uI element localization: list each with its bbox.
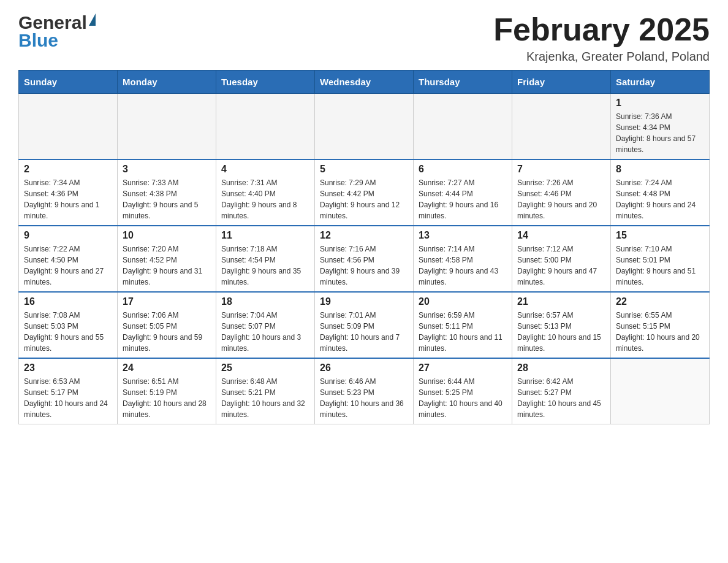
day-number: 25 bbox=[221, 362, 309, 373]
calendar-cell: 1Sunrise: 7:36 AM Sunset: 4:34 PM Daylig… bbox=[611, 94, 710, 160]
page-header: General Blue February 2025 Krajenka, Gre… bbox=[18, 12, 710, 64]
calendar-cell bbox=[315, 94, 414, 160]
day-info: Sunrise: 6:57 AM Sunset: 5:13 PM Dayligh… bbox=[517, 310, 605, 354]
calendar-cell: 19Sunrise: 7:01 AM Sunset: 5:09 PM Dayli… bbox=[315, 292, 414, 358]
day-number: 17 bbox=[123, 296, 211, 307]
day-number: 1 bbox=[616, 98, 704, 109]
day-info: Sunrise: 7:18 AM Sunset: 4:54 PM Dayligh… bbox=[221, 243, 309, 288]
logo-blue-text: Blue bbox=[18, 30, 58, 51]
calendar-cell: 2Sunrise: 7:34 AM Sunset: 4:36 PM Daylig… bbox=[19, 159, 118, 226]
day-info: Sunrise: 7:01 AM Sunset: 5:09 PM Dayligh… bbox=[320, 310, 408, 354]
calendar-week-row: 16Sunrise: 7:08 AM Sunset: 5:03 PM Dayli… bbox=[19, 292, 710, 358]
calendar-cell: 20Sunrise: 6:59 AM Sunset: 5:11 PM Dayli… bbox=[414, 292, 512, 358]
day-number: 10 bbox=[123, 230, 211, 241]
day-number: 6 bbox=[419, 164, 507, 175]
header-tuesday: Tuesday bbox=[216, 71, 315, 94]
calendar-cell: 14Sunrise: 7:12 AM Sunset: 5:00 PM Dayli… bbox=[512, 226, 611, 292]
calendar-cell: 16Sunrise: 7:08 AM Sunset: 5:03 PM Dayli… bbox=[19, 292, 118, 358]
calendar-cell: 27Sunrise: 6:44 AM Sunset: 5:25 PM Dayli… bbox=[414, 358, 512, 424]
calendar-cell bbox=[118, 94, 216, 160]
day-number: 9 bbox=[24, 230, 112, 241]
day-info: Sunrise: 7:22 AM Sunset: 4:50 PM Dayligh… bbox=[24, 243, 112, 288]
day-info: Sunrise: 6:51 AM Sunset: 5:19 PM Dayligh… bbox=[123, 376, 211, 420]
day-info: Sunrise: 7:04 AM Sunset: 5:07 PM Dayligh… bbox=[221, 310, 309, 354]
calendar-cell bbox=[512, 94, 611, 160]
day-info: Sunrise: 7:14 AM Sunset: 4:58 PM Dayligh… bbox=[419, 243, 507, 288]
calendar-cell bbox=[19, 94, 118, 160]
day-number: 21 bbox=[517, 296, 605, 307]
calendar-week-row: 1Sunrise: 7:36 AM Sunset: 4:34 PM Daylig… bbox=[19, 94, 710, 160]
calendar-cell bbox=[414, 94, 512, 160]
day-info: Sunrise: 7:31 AM Sunset: 4:40 PM Dayligh… bbox=[221, 177, 309, 221]
day-number: 16 bbox=[24, 296, 112, 307]
header-saturday: Saturday bbox=[611, 71, 710, 94]
calendar-cell: 18Sunrise: 7:04 AM Sunset: 5:07 PM Dayli… bbox=[216, 292, 315, 358]
day-info: Sunrise: 6:42 AM Sunset: 5:27 PM Dayligh… bbox=[517, 376, 605, 420]
day-number: 14 bbox=[517, 230, 605, 241]
day-number: 3 bbox=[123, 164, 211, 175]
day-info: Sunrise: 7:36 AM Sunset: 4:34 PM Dayligh… bbox=[616, 111, 704, 155]
day-info: Sunrise: 7:06 AM Sunset: 5:05 PM Dayligh… bbox=[123, 310, 211, 354]
calendar-week-row: 23Sunrise: 6:53 AM Sunset: 5:17 PM Dayli… bbox=[19, 358, 710, 424]
calendar-week-row: 2Sunrise: 7:34 AM Sunset: 4:36 PM Daylig… bbox=[19, 159, 710, 226]
calendar-cell: 22Sunrise: 6:55 AM Sunset: 5:15 PM Dayli… bbox=[611, 292, 710, 358]
day-number: 26 bbox=[320, 362, 408, 373]
day-info: Sunrise: 6:44 AM Sunset: 5:25 PM Dayligh… bbox=[419, 376, 507, 420]
calendar-cell: 7Sunrise: 7:26 AM Sunset: 4:46 PM Daylig… bbox=[512, 159, 611, 226]
day-info: Sunrise: 6:46 AM Sunset: 5:23 PM Dayligh… bbox=[320, 376, 408, 420]
day-info: Sunrise: 7:29 AM Sunset: 4:42 PM Dayligh… bbox=[320, 177, 408, 221]
calendar-cell: 6Sunrise: 7:27 AM Sunset: 4:44 PM Daylig… bbox=[414, 159, 512, 226]
calendar-cell: 15Sunrise: 7:10 AM Sunset: 5:01 PM Dayli… bbox=[611, 226, 710, 292]
day-info: Sunrise: 6:53 AM Sunset: 5:17 PM Dayligh… bbox=[24, 376, 112, 420]
calendar-cell: 10Sunrise: 7:20 AM Sunset: 4:52 PM Dayli… bbox=[118, 226, 216, 292]
day-info: Sunrise: 7:24 AM Sunset: 4:48 PM Dayligh… bbox=[616, 177, 704, 221]
day-number: 24 bbox=[123, 362, 211, 373]
logo: General Blue bbox=[18, 12, 96, 51]
day-number: 8 bbox=[616, 164, 704, 175]
day-number: 2 bbox=[24, 164, 112, 175]
day-number: 22 bbox=[616, 296, 704, 307]
calendar-cell bbox=[216, 94, 315, 160]
calendar-cell: 3Sunrise: 7:33 AM Sunset: 4:38 PM Daylig… bbox=[118, 159, 216, 226]
calendar-cell: 11Sunrise: 7:18 AM Sunset: 4:54 PM Dayli… bbox=[216, 226, 315, 292]
day-number: 12 bbox=[320, 230, 408, 241]
title-section: February 2025 Krajenka, Greater Poland, … bbox=[493, 12, 710, 64]
calendar-header-row: Sunday Monday Tuesday Wednesday Thursday… bbox=[19, 71, 710, 94]
header-wednesday: Wednesday bbox=[315, 71, 414, 94]
calendar-cell: 8Sunrise: 7:24 AM Sunset: 4:48 PM Daylig… bbox=[611, 159, 710, 226]
day-info: Sunrise: 6:59 AM Sunset: 5:11 PM Dayligh… bbox=[419, 310, 507, 354]
calendar-cell: 21Sunrise: 6:57 AM Sunset: 5:13 PM Dayli… bbox=[512, 292, 611, 358]
header-monday: Monday bbox=[118, 71, 216, 94]
header-friday: Friday bbox=[512, 71, 611, 94]
day-number: 11 bbox=[221, 230, 309, 241]
day-number: 23 bbox=[24, 362, 112, 373]
calendar-cell: 12Sunrise: 7:16 AM Sunset: 4:56 PM Dayli… bbox=[315, 226, 414, 292]
calendar-week-row: 9Sunrise: 7:22 AM Sunset: 4:50 PM Daylig… bbox=[19, 226, 710, 292]
day-info: Sunrise: 7:33 AM Sunset: 4:38 PM Dayligh… bbox=[123, 177, 211, 221]
calendar-cell: 26Sunrise: 6:46 AM Sunset: 5:23 PM Dayli… bbox=[315, 358, 414, 424]
day-number: 15 bbox=[616, 230, 704, 241]
day-number: 7 bbox=[517, 164, 605, 175]
calendar-cell: 24Sunrise: 6:51 AM Sunset: 5:19 PM Dayli… bbox=[118, 358, 216, 424]
calendar-cell: 17Sunrise: 7:06 AM Sunset: 5:05 PM Dayli… bbox=[118, 292, 216, 358]
day-number: 13 bbox=[419, 230, 507, 241]
day-info: Sunrise: 7:16 AM Sunset: 4:56 PM Dayligh… bbox=[320, 243, 408, 288]
calendar-cell: 9Sunrise: 7:22 AM Sunset: 4:50 PM Daylig… bbox=[19, 226, 118, 292]
day-info: Sunrise: 7:34 AM Sunset: 4:36 PM Dayligh… bbox=[24, 177, 112, 221]
day-info: Sunrise: 7:08 AM Sunset: 5:03 PM Dayligh… bbox=[24, 310, 112, 354]
day-info: Sunrise: 7:12 AM Sunset: 5:00 PM Dayligh… bbox=[517, 243, 605, 288]
logo-triangle-icon bbox=[89, 13, 96, 26]
header-sunday: Sunday bbox=[19, 71, 118, 94]
day-number: 5 bbox=[320, 164, 408, 175]
day-number: 28 bbox=[517, 362, 605, 373]
day-info: Sunrise: 7:10 AM Sunset: 5:01 PM Dayligh… bbox=[616, 243, 704, 288]
day-info: Sunrise: 7:27 AM Sunset: 4:44 PM Dayligh… bbox=[419, 177, 507, 221]
calendar-cell: 25Sunrise: 6:48 AM Sunset: 5:21 PM Dayli… bbox=[216, 358, 315, 424]
day-number: 20 bbox=[419, 296, 507, 307]
calendar-cell: 4Sunrise: 7:31 AM Sunset: 4:40 PM Daylig… bbox=[216, 159, 315, 226]
calendar-cell: 23Sunrise: 6:53 AM Sunset: 5:17 PM Dayli… bbox=[19, 358, 118, 424]
day-number: 18 bbox=[221, 296, 309, 307]
day-info: Sunrise: 7:20 AM Sunset: 4:52 PM Dayligh… bbox=[123, 243, 211, 288]
month-title: February 2025 bbox=[493, 12, 710, 47]
day-number: 4 bbox=[221, 164, 309, 175]
